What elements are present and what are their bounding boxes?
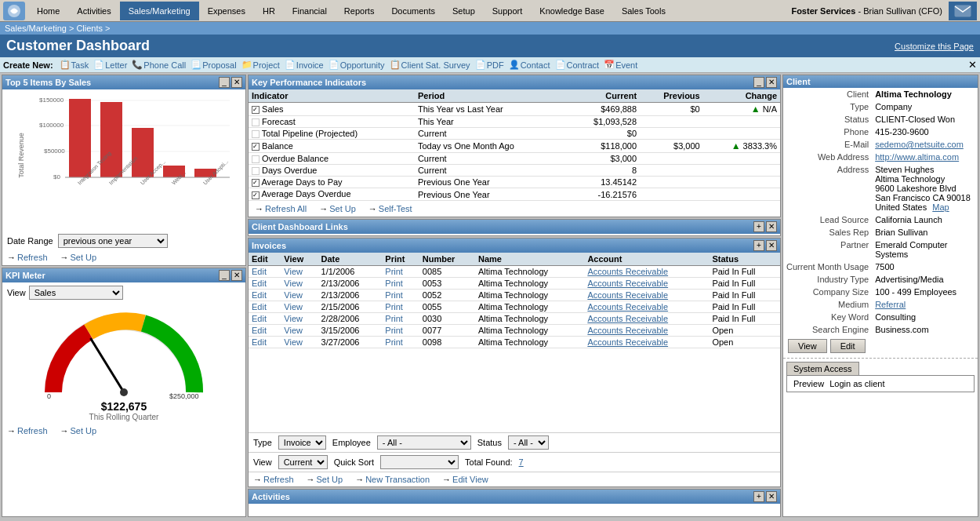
inv-status-select[interactable]: - All - bbox=[508, 435, 549, 450]
inv-print[interactable]: Print bbox=[382, 312, 419, 324]
kpi-refresh-all[interactable]: → Refresh All bbox=[255, 204, 307, 213]
create-project[interactable]: 📁 Project bbox=[240, 59, 281, 71]
kpi-meter-close[interactable]: ✕ bbox=[231, 270, 242, 281]
inv-quick-sort-select[interactable] bbox=[380, 455, 459, 469]
top5-close[interactable]: ✕ bbox=[231, 77, 242, 88]
inv-add[interactable]: + bbox=[753, 240, 764, 251]
inv-setup-link[interactable]: → Set Up bbox=[307, 475, 343, 484]
inv-col-print[interactable]: Print bbox=[382, 253, 419, 266]
inv-col-name[interactable]: Name bbox=[475, 253, 584, 266]
create-pdf[interactable]: 📄 PDF bbox=[474, 59, 506, 71]
create-proposal[interactable]: 📃 Proposal bbox=[189, 59, 238, 71]
client-map-link[interactable]: Map bbox=[932, 202, 949, 212]
client-edit-btn[interactable]: Edit bbox=[830, 339, 866, 353]
inv-close[interactable]: ✕ bbox=[766, 240, 777, 251]
inv-account[interactable]: Accounts Receivable bbox=[584, 277, 709, 289]
create-phone-call[interactable]: 📞 Phone Call bbox=[130, 59, 187, 71]
inv-print[interactable]: Print bbox=[382, 324, 419, 336]
kpi-set-up[interactable]: → Set Up bbox=[319, 204, 356, 213]
inv-refresh-link[interactable]: → Refresh bbox=[253, 475, 294, 484]
inv-view[interactable]: View bbox=[281, 336, 318, 348]
nav-activities[interactable]: Activities bbox=[68, 2, 119, 20]
inv-employee-select[interactable]: - All - bbox=[377, 435, 471, 450]
nav-sales-tools[interactable]: Sales Tools bbox=[613, 2, 674, 20]
top5-refresh-link[interactable]: → Refresh bbox=[7, 253, 48, 262]
create-task[interactable]: 📋 Task bbox=[58, 59, 91, 71]
system-access-tab[interactable]: System Access bbox=[786, 362, 859, 375]
kpi-view-select[interactable]: Sales bbox=[29, 286, 123, 300]
nav-knowledge-base[interactable]: Knowledge Base bbox=[531, 2, 613, 20]
nav-hr[interactable]: HR bbox=[254, 2, 284, 20]
kpi-setup-link[interactable]: → Set Up bbox=[60, 426, 97, 435]
client-web-value[interactable]: http://www.altima.com bbox=[872, 151, 978, 163]
date-range-select[interactable]: previous one year bbox=[58, 234, 168, 248]
nav-support[interactable]: Support bbox=[484, 2, 532, 20]
inv-edit[interactable]: Edit bbox=[249, 265, 281, 277]
create-letter[interactable]: 📄 Letter bbox=[92, 59, 129, 71]
top5-minimize[interactable]: _ bbox=[219, 77, 230, 88]
cdl-close[interactable]: ✕ bbox=[766, 221, 777, 232]
nav-sales-marketing[interactable]: Sales/Marketing bbox=[120, 2, 199, 20]
inv-edit[interactable]: Edit bbox=[249, 289, 281, 301]
inv-col-date[interactable]: Date bbox=[318, 253, 383, 266]
inv-col-status[interactable]: Status bbox=[709, 253, 780, 266]
inv-view[interactable]: View bbox=[281, 289, 318, 301]
inv-account[interactable]: Accounts Receivable bbox=[584, 324, 709, 336]
top5-setup-link[interactable]: → Set Up bbox=[60, 253, 97, 262]
inv-view[interactable]: View bbox=[281, 312, 318, 324]
nav-setup[interactable]: Setup bbox=[444, 2, 484, 20]
inv-print[interactable]: Print bbox=[382, 336, 419, 348]
inv-edit-view-link[interactable]: → Edit View bbox=[442, 475, 488, 484]
nav-financial[interactable]: Financial bbox=[284, 2, 336, 20]
client-view-btn[interactable]: View bbox=[788, 339, 827, 353]
inv-col-view[interactable]: View bbox=[281, 253, 318, 266]
nav-documents[interactable]: Documents bbox=[383, 2, 444, 20]
create-contact[interactable]: 👤 Contact bbox=[507, 59, 552, 71]
inv-print[interactable]: Print bbox=[382, 289, 419, 301]
inv-new-transaction-link[interactable]: → New Transaction bbox=[355, 475, 430, 484]
inv-view[interactable]: View bbox=[281, 277, 318, 289]
create-client-sat[interactable]: 📋 Client Sat. Survey bbox=[388, 59, 472, 71]
inv-account[interactable]: Accounts Receivable bbox=[584, 265, 709, 277]
kpi-refresh-link[interactable]: → Refresh bbox=[7, 426, 48, 435]
inv-account[interactable]: Accounts Receivable bbox=[584, 336, 709, 348]
inv-type-select[interactable]: Invoice bbox=[278, 435, 326, 450]
inv-account[interactable]: Accounts Receivable bbox=[584, 312, 709, 324]
create-opportunity[interactable]: 📄 Opportunity bbox=[327, 59, 387, 71]
inv-col-edit[interactable]: Edit bbox=[249, 253, 281, 266]
email-icon[interactable] bbox=[949, 2, 977, 20]
inv-print[interactable]: Print bbox=[382, 277, 419, 289]
kpi-table-close[interactable]: ✕ bbox=[766, 77, 777, 88]
create-contract[interactable]: 📄 Contract bbox=[554, 59, 601, 71]
inv-print[interactable]: Print bbox=[382, 301, 419, 312]
inv-account[interactable]: Accounts Receivable bbox=[584, 289, 709, 301]
inv-edit[interactable]: Edit bbox=[249, 277, 281, 289]
inv-edit[interactable]: Edit bbox=[249, 301, 281, 312]
nav-expenses[interactable]: Expenses bbox=[199, 2, 254, 20]
cdl-add[interactable]: + bbox=[753, 221, 764, 232]
kpi-self-test[interactable]: → Self-Test bbox=[368, 204, 412, 213]
inv-col-number[interactable]: Number bbox=[419, 253, 475, 266]
inv-view[interactable]: View bbox=[281, 301, 318, 312]
create-event[interactable]: 📅 Event bbox=[602, 59, 639, 71]
nav-home[interactable]: Home bbox=[28, 2, 68, 20]
inv-col-account[interactable]: Account bbox=[584, 253, 709, 266]
client-email-value[interactable]: sedemo@netsuite.com bbox=[872, 138, 978, 151]
inv-view[interactable]: View bbox=[281, 324, 318, 336]
inv-account[interactable]: Accounts Receivable bbox=[584, 301, 709, 312]
inv-edit[interactable]: Edit bbox=[249, 324, 281, 336]
close-create-bar[interactable]: ✕ bbox=[968, 59, 977, 71]
kpi-meter-minimize[interactable]: _ bbox=[219, 270, 230, 281]
nav-reports[interactable]: Reports bbox=[336, 2, 383, 20]
act-close[interactable]: ✕ bbox=[766, 491, 777, 502]
kpi-table-minimize[interactable]: _ bbox=[753, 77, 764, 88]
inv-view[interactable]: View bbox=[281, 265, 318, 277]
inv-edit[interactable]: Edit bbox=[249, 312, 281, 324]
inv-view-select[interactable]: Current bbox=[278, 455, 328, 469]
create-invoice[interactable]: 📄 Invoice bbox=[283, 59, 325, 71]
customize-link[interactable]: Customize this Page bbox=[895, 42, 974, 51]
act-add[interactable]: + bbox=[753, 491, 764, 502]
login-as-client-link[interactable]: Login as client bbox=[829, 379, 884, 388]
inv-edit[interactable]: Edit bbox=[249, 336, 281, 348]
inv-print[interactable]: Print bbox=[382, 265, 419, 277]
